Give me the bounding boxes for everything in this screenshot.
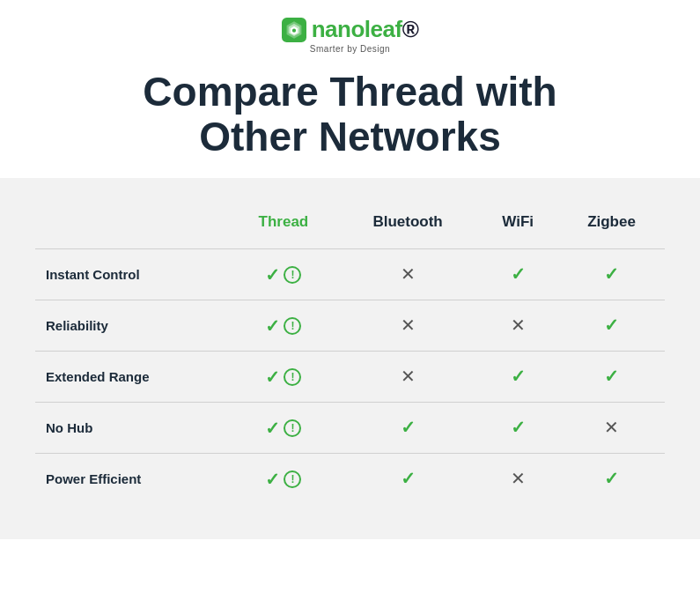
cross-icon: ✕: [401, 265, 416, 283]
exclaim-badge: !: [284, 368, 301, 386]
cell-feature: Power Efficient: [35, 454, 229, 505]
page-title: Compare Thread with Other Networks: [104, 70, 597, 159]
cross-icon: ✕: [511, 470, 526, 487]
cell-thread: ✓!: [229, 352, 338, 403]
col-header-thread: Thread: [229, 204, 338, 249]
check-icon: ✓: [511, 419, 526, 436]
logo-tagline: Smarter by Design: [310, 44, 390, 54]
check-icon: ✓: [265, 266, 280, 284]
check-icon: ✓: [511, 265, 526, 283]
logo-row: nanoleaf®: [282, 16, 419, 43]
check-icon: ✓: [265, 368, 280, 386]
cell-thread: ✓!: [229, 454, 338, 505]
cell-feature: Instant Control: [35, 249, 229, 300]
cell-zigbee: ✕: [558, 403, 665, 454]
cell-zigbee: ✓: [558, 249, 665, 300]
table-row: Reliability✓!✕✕✓: [35, 300, 665, 352]
exclaim-badge: !: [284, 470, 301, 488]
header: nanoleaf® Smarter by Design Compare Thre…: [0, 0, 700, 178]
logo-container: nanoleaf® Smarter by Design: [18, 16, 682, 54]
cell-wifi: ✕: [477, 300, 558, 352]
cell-zigbee: ✓: [558, 352, 665, 403]
cross-icon: ✕: [401, 367, 416, 385]
page-title-line1: Compare Thread with: [143, 69, 556, 115]
check-icon: ✓: [511, 367, 526, 385]
col-header-bluetooth: Bluetooth: [338, 204, 478, 249]
cell-thread: ✓!: [229, 403, 338, 454]
table-row: Extended Range✓!✕✓✓: [35, 352, 665, 403]
cross-icon: ✕: [511, 316, 526, 334]
logo-text: nanoleaf®: [312, 16, 419, 43]
cell-thread: ✓!: [229, 249, 338, 300]
exclaim-badge: !: [284, 266, 301, 284]
cell-thread: ✓!: [229, 300, 338, 352]
thread-check-exclaim: ✓!: [239, 368, 328, 386]
cell-feature: Reliability: [35, 300, 229, 352]
cell-zigbee: ✓: [558, 300, 665, 352]
check-icon: ✓: [604, 470, 619, 487]
cell-feature: No Hub: [35, 403, 229, 454]
comparison-section: Thread Bluetooth WiFi Zigbee Instant Con…: [0, 178, 700, 539]
comparison-table: Thread Bluetooth WiFi Zigbee Instant Con…: [35, 204, 665, 504]
check-icon: ✓: [265, 419, 280, 437]
thread-check-exclaim: ✓!: [239, 266, 328, 284]
cross-icon: ✕: [604, 419, 619, 436]
check-icon: ✓: [604, 316, 619, 334]
table-row: Power Efficient✓!✓✕✓: [35, 454, 665, 505]
table-row: Instant Control✓!✕✓✓: [35, 249, 665, 300]
thread-check-exclaim: ✓!: [239, 317, 328, 335]
page-title-line2: Other Networks: [199, 114, 501, 159]
table-header-row: Thread Bluetooth WiFi Zigbee: [35, 204, 665, 249]
thread-check-exclaim: ✓!: [239, 470, 328, 488]
thread-check-exclaim: ✓!: [239, 419, 328, 437]
cell-wifi: ✕: [477, 454, 558, 505]
cell-wifi: ✓: [477, 403, 558, 454]
check-icon: ✓: [265, 317, 280, 335]
cell-bluetooth: ✕: [338, 300, 478, 352]
col-header-zigbee: Zigbee: [558, 204, 665, 249]
cell-wifi: ✓: [477, 249, 558, 300]
col-header-feature: [35, 204, 229, 249]
col-header-wifi: WiFi: [477, 204, 558, 249]
nanoleaf-logo-icon: [282, 18, 306, 42]
cross-icon: ✕: [401, 316, 416, 334]
logo-text-leaf: leaf: [365, 16, 402, 42]
cell-wifi: ✓: [477, 352, 558, 403]
cell-bluetooth: ✕: [338, 249, 478, 300]
svg-point-4: [292, 28, 296, 32]
check-icon: ✓: [604, 367, 619, 385]
check-icon: ✓: [401, 419, 416, 436]
cell-bluetooth: ✓: [338, 454, 478, 505]
cell-zigbee: ✓: [558, 454, 665, 505]
check-icon: ✓: [604, 265, 619, 283]
check-icon: ✓: [401, 470, 416, 487]
exclaim-badge: !: [284, 419, 301, 437]
cell-bluetooth: ✓: [338, 403, 478, 454]
exclaim-badge: !: [284, 317, 301, 335]
table-row: No Hub✓!✓✓✕: [35, 403, 665, 454]
cell-bluetooth: ✕: [338, 352, 478, 403]
logo-text-nano: nano: [312, 16, 365, 42]
check-icon: ✓: [265, 470, 280, 488]
cell-feature: Extended Range: [35, 352, 229, 403]
